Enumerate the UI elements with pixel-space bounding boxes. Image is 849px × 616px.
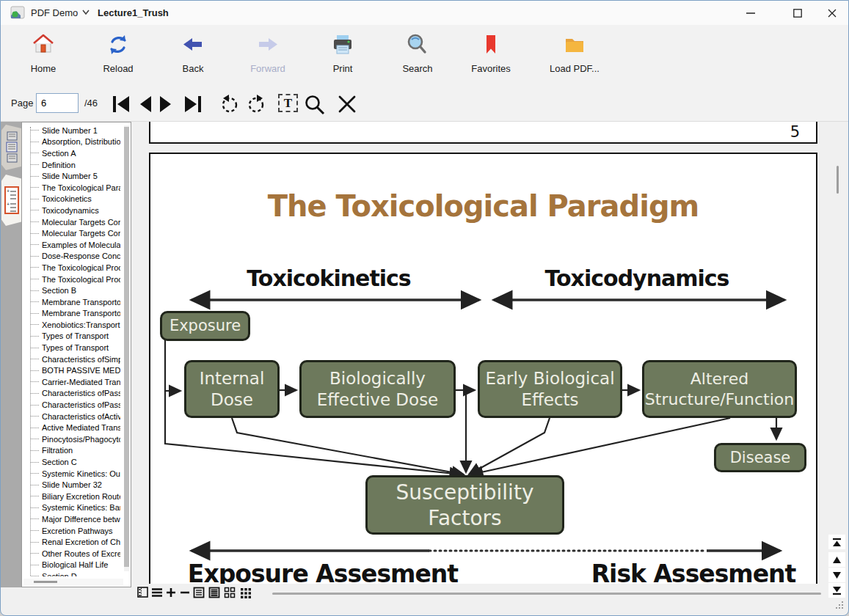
viewer-horizontal-scrollbar[interactable] — [272, 593, 821, 595]
zoom-in-icon[interactable] — [165, 587, 177, 598]
tab-bookmarks[interactable]: + + — [1, 175, 21, 226]
bookmark-item[interactable]: Membrane Transportof — [26, 296, 120, 308]
bookmark-item[interactable]: The Toxicological Proce — [26, 274, 120, 285]
tree-connector — [31, 256, 39, 257]
maximize-button[interactable] — [781, 1, 815, 25]
page-number-text: 5 — [790, 123, 800, 141]
bookmark-item[interactable]: Section B — [26, 285, 120, 296]
tree-connector — [31, 553, 39, 554]
menu-icon[interactable] — [151, 587, 163, 598]
bookmark-item[interactable]: Major Difference betw — [26, 513, 120, 525]
chevron-down-icon[interactable] — [81, 10, 90, 15]
bookmark-item[interactable]: Characteristics ofSimpl — [26, 353, 120, 365]
tree-connector — [31, 485, 39, 485]
scroll-to-top-button[interactable] — [828, 535, 845, 549]
bookmark-item[interactable]: Biliary Excretion Route — [26, 491, 120, 502]
bookmark-item[interactable]: Xenobiotics:Transport — [26, 319, 120, 331]
last-page-button[interactable] — [183, 94, 203, 117]
bookmark-item-label: Characteristics ofPassi — [42, 389, 120, 397]
bookmark-item[interactable]: Active Mediated Transp — [26, 422, 120, 433]
search-button[interactable]: Search — [384, 31, 451, 81]
first-page-button[interactable] — [111, 94, 131, 117]
tab-thumbnails[interactable] — [1, 125, 21, 170]
bookmark-item[interactable]: The Toxicological Parad — [26, 182, 120, 194]
bookmark-item-label: The Toxicological Proce — [42, 263, 120, 272]
bookmark-item[interactable]: Toxicokinetics — [26, 194, 120, 205]
bookmark-item[interactable]: Molecular Targets Conc — [26, 216, 120, 228]
home-button[interactable]: Home — [10, 31, 77, 81]
bookmark-item[interactable]: Renal Excretion of Che — [26, 536, 120, 548]
bookmark-item-label: Xenobiotics:Transport — [42, 320, 120, 329]
bookmark-item[interactable]: Excretion Pathways — [26, 525, 120, 537]
bookmark-item[interactable]: Characteristics ofPassi — [26, 399, 120, 411]
bookmark-item[interactable]: Types of Transport — [26, 331, 120, 342]
minimize-button[interactable] — [734, 1, 768, 25]
bookmark-item[interactable]: Molecular Targets Conc — [26, 227, 120, 239]
reload-button[interactable]: Reload — [84, 31, 152, 81]
load-pdf-button[interactable]: Load PDF... — [541, 31, 608, 81]
bookmark-item[interactable]: Membrane Transportof — [26, 308, 120, 320]
fit-width-icon[interactable] — [193, 587, 205, 598]
bookmark-item[interactable]: Other Routes of Excre — [26, 548, 120, 560]
bookmark-item-label: Section C — [42, 458, 77, 466]
text-select-button[interactable]: T — [278, 94, 298, 112]
pdf-page-5: 5 — [149, 122, 817, 144]
page-number-input[interactable] — [36, 93, 79, 113]
bookmark-item[interactable]: Section D — [26, 571, 120, 576]
bookmark-item[interactable]: Toxicodynamics — [26, 205, 120, 216]
bookmark-item[interactable]: Biological Half Life — [26, 560, 120, 571]
rotate-ccw-button[interactable] — [219, 94, 240, 117]
scroll-down-button[interactable] — [828, 568, 845, 582]
bookmark-item[interactable]: Carrier-Mediated Trans — [26, 376, 120, 388]
pdf-viewer-area[interactable]: 5 The Toxicological Paradigm Toxicokinet… — [131, 122, 849, 602]
disease-box: Disease — [714, 443, 806, 472]
bookmark-item[interactable]: Absorption, Distribution — [26, 136, 120, 148]
bookmark-item-label: Molecular Targets Conc — [42, 218, 120, 227]
rotate-cw-button[interactable] — [246, 94, 266, 117]
bookmarks-horizontal-scrollbar[interactable] — [23, 579, 123, 585]
bookmark-item-label: Section A — [42, 149, 76, 158]
bookmark-item[interactable]: Types of Transport — [26, 342, 120, 353]
viewer-vertical-scrollbar[interactable] — [837, 166, 839, 194]
bookmark-item[interactable]: Dose-Response Conce — [26, 251, 120, 263]
bookmark-item[interactable]: The Toxicological Proce — [26, 262, 120, 274]
resize-grip[interactable] — [834, 601, 845, 611]
scroll-to-bottom-button[interactable] — [828, 583, 845, 598]
bookmark-item[interactable]: Examples of Molecular — [26, 239, 120, 251]
home-icon — [10, 32, 77, 59]
bookmark-item[interactable]: Slide Number 32 — [26, 479, 120, 491]
bookmark-item[interactable]: Definition — [26, 159, 120, 171]
print-button[interactable]: Print — [309, 31, 376, 81]
previous-page-button[interactable] — [137, 94, 153, 117]
bookmark-item[interactable]: Slide Number 5 — [26, 170, 120, 182]
bookmark-item[interactable]: Section C — [26, 456, 120, 468]
bookmark-item[interactable]: Characteristics ofPassi — [26, 388, 120, 400]
tree-connector — [31, 221, 39, 222]
zoom-button[interactable] — [304, 94, 326, 119]
bookmarks-vertical-scrollbar[interactable] — [124, 125, 129, 571]
close-document-button[interactable] — [337, 94, 357, 117]
close-button[interactable] — [815, 1, 849, 25]
next-page-button[interactable] — [158, 94, 174, 117]
back-button[interactable]: Back — [159, 31, 227, 81]
bookmark-item[interactable]: Systemic Kinetics: Outl — [26, 468, 120, 480]
page-label: Page — [11, 98, 33, 109]
bookmark-item[interactable]: Section A — [26, 147, 120, 159]
favorites-button[interactable]: Favorites — [457, 31, 525, 81]
bookmark-item[interactable]: BOTH PASSIVE MEDIAT — [26, 364, 120, 376]
scroll-up-button[interactable] — [828, 552, 845, 567]
bookmark-item[interactable]: Filtration — [26, 445, 120, 457]
fit-page-icon[interactable] — [208, 587, 220, 598]
bookmark-item[interactable]: Pinocytosis/Phagocyto — [26, 433, 120, 445]
bookmark-item[interactable]: Slide Number 1 — [26, 125, 120, 136]
two-page-grid-icon[interactable] — [224, 587, 236, 598]
zoom-out-icon[interactable] — [179, 587, 191, 598]
panel-toggle-icon[interactable] — [137, 587, 149, 598]
bookmark-item[interactable]: Systemic Kinetics: Barr — [26, 502, 120, 514]
bookmark-item-label: Membrane Transportof — [42, 298, 120, 307]
tree-connector — [31, 393, 39, 394]
tree-connector — [31, 153, 39, 153]
bookmark-item-label: Characteristics ofSimpl — [42, 355, 120, 364]
bookmark-item[interactable]: Characteristics ofActiv — [26, 411, 120, 422]
thumbnail-grid-icon[interactable] — [240, 587, 252, 598]
